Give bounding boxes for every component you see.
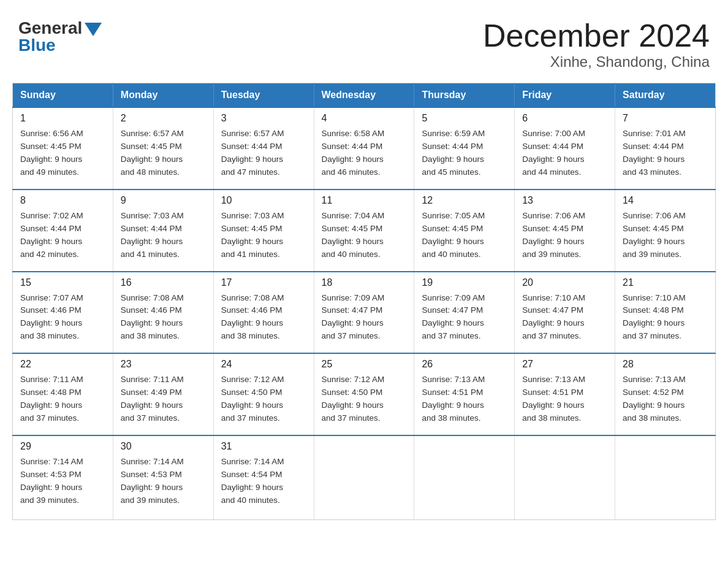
- day-info: Sunrise: 7:13 AMSunset: 4:51 PMDaylight:…: [422, 373, 507, 425]
- calendar-day-cell: 12 Sunrise: 7:05 AMSunset: 4:45 PMDaylig…: [414, 190, 515, 272]
- day-info: Sunrise: 7:11 AMSunset: 4:49 PMDaylight:…: [121, 373, 206, 425]
- day-number: 15: [20, 277, 105, 288]
- day-number: 1: [20, 113, 105, 124]
- title-section: December 2024 Xinhe, Shandong, China: [483, 18, 710, 71]
- day-info: Sunrise: 6:57 AMSunset: 4:45 PMDaylight:…: [121, 128, 206, 179]
- day-number: 21: [623, 277, 708, 288]
- calendar-day-cell: 8 Sunrise: 7:02 AMSunset: 4:44 PMDayligh…: [13, 190, 113, 272]
- calendar-day-cell: 29 Sunrise: 7:14 AMSunset: 4:53 PMDaylig…: [13, 435, 113, 519]
- day-info: Sunrise: 7:06 AMSunset: 4:45 PMDaylight:…: [623, 210, 708, 261]
- day-number: 26: [422, 359, 507, 370]
- day-number: 16: [121, 277, 206, 288]
- calendar-day-cell: 27 Sunrise: 7:13 AMSunset: 4:51 PMDaylig…: [515, 353, 615, 435]
- calendar-day-cell: 19 Sunrise: 7:09 AMSunset: 4:47 PMDaylig…: [414, 272, 515, 354]
- day-info: Sunrise: 6:59 AMSunset: 4:44 PMDaylight:…: [422, 128, 507, 179]
- day-number: 29: [20, 441, 105, 452]
- calendar-day-cell: 23 Sunrise: 7:11 AMSunset: 4:49 PMDaylig…: [113, 353, 213, 435]
- calendar-header-row: SundayMondayTuesdayWednesdayThursdayFrid…: [13, 83, 716, 108]
- calendar-day-cell: [414, 435, 515, 519]
- calendar-week-row: 22 Sunrise: 7:11 AMSunset: 4:48 PMDaylig…: [13, 353, 716, 435]
- calendar-day-header: Monday: [113, 83, 213, 108]
- logo-blue-text: Blue: [18, 36, 56, 55]
- day-info: Sunrise: 7:08 AMSunset: 4:46 PMDaylight:…: [121, 292, 206, 343]
- day-info: Sunrise: 7:07 AMSunset: 4:46 PMDaylight:…: [20, 292, 105, 343]
- calendar-day-cell: 31 Sunrise: 7:14 AMSunset: 4:54 PMDaylig…: [213, 435, 314, 519]
- day-number: 18: [322, 277, 407, 288]
- calendar-day-cell: 21 Sunrise: 7:10 AMSunset: 4:48 PMDaylig…: [615, 272, 716, 354]
- logo: General Blue: [18, 18, 102, 55]
- calendar-day-cell: 4 Sunrise: 6:58 AMSunset: 4:44 PMDayligh…: [314, 107, 414, 190]
- calendar-day-header: Friday: [515, 83, 615, 108]
- day-info: Sunrise: 6:58 AMSunset: 4:44 PMDaylight:…: [322, 128, 407, 179]
- calendar-day-cell: 9 Sunrise: 7:03 AMSunset: 4:44 PMDayligh…: [113, 190, 213, 272]
- calendar-day-cell: 10 Sunrise: 7:03 AMSunset: 4:45 PMDaylig…: [213, 190, 314, 272]
- day-number: 12: [422, 195, 507, 206]
- calendar-week-row: 8 Sunrise: 7:02 AMSunset: 4:44 PMDayligh…: [13, 190, 716, 272]
- calendar-day-cell: 16 Sunrise: 7:08 AMSunset: 4:46 PMDaylig…: [113, 272, 213, 354]
- day-info: Sunrise: 7:06 AMSunset: 4:45 PMDaylight:…: [522, 210, 607, 261]
- day-info: Sunrise: 7:12 AMSunset: 4:50 PMDaylight:…: [322, 373, 407, 425]
- calendar-day-cell: 22 Sunrise: 7:11 AMSunset: 4:48 PMDaylig…: [13, 353, 113, 435]
- day-info: Sunrise: 6:57 AMSunset: 4:44 PMDaylight:…: [221, 128, 306, 179]
- day-info: Sunrise: 7:13 AMSunset: 4:51 PMDaylight:…: [522, 373, 607, 425]
- day-info: Sunrise: 7:03 AMSunset: 4:45 PMDaylight:…: [221, 210, 306, 261]
- calendar-day-cell: 5 Sunrise: 6:59 AMSunset: 4:44 PMDayligh…: [414, 107, 515, 190]
- calendar-day-header: Saturday: [615, 83, 716, 108]
- calendar-day-header: Thursday: [414, 83, 515, 108]
- calendar-day-cell: 2 Sunrise: 6:57 AMSunset: 4:45 PMDayligh…: [113, 107, 213, 190]
- day-info: Sunrise: 7:10 AMSunset: 4:47 PMDaylight:…: [522, 292, 607, 343]
- day-number: 10: [221, 195, 306, 206]
- calendar-day-cell: 26 Sunrise: 7:13 AMSunset: 4:51 PMDaylig…: [414, 353, 515, 435]
- day-info: Sunrise: 7:03 AMSunset: 4:44 PMDaylight:…: [121, 210, 206, 261]
- page-header: General Blue December 2024 Xinhe, Shando…: [12, 12, 716, 71]
- calendar-table: SundayMondayTuesdayWednesdayThursdayFrid…: [12, 83, 716, 519]
- day-info: Sunrise: 7:00 AMSunset: 4:44 PMDaylight:…: [522, 128, 607, 179]
- calendar-day-cell: 17 Sunrise: 7:08 AMSunset: 4:46 PMDaylig…: [213, 272, 314, 354]
- day-number: 8: [20, 195, 105, 206]
- day-number: 27: [522, 359, 607, 370]
- calendar-day-cell: 6 Sunrise: 7:00 AMSunset: 4:44 PMDayligh…: [515, 107, 615, 190]
- day-info: Sunrise: 7:11 AMSunset: 4:48 PMDaylight:…: [20, 373, 105, 425]
- calendar-day-header: Tuesday: [213, 83, 314, 108]
- day-number: 23: [121, 359, 206, 370]
- day-number: 20: [522, 277, 607, 288]
- calendar-day-cell: 28 Sunrise: 7:13 AMSunset: 4:52 PMDaylig…: [615, 353, 716, 435]
- day-number: 11: [322, 195, 407, 206]
- calendar-day-cell: [515, 435, 615, 519]
- calendar-day-cell: 24 Sunrise: 7:12 AMSunset: 4:50 PMDaylig…: [213, 353, 314, 435]
- day-number: 5: [422, 113, 507, 124]
- day-number: 7: [623, 113, 708, 124]
- calendar-day-cell: 30 Sunrise: 7:14 AMSunset: 4:53 PMDaylig…: [113, 435, 213, 519]
- day-number: 30: [121, 441, 206, 452]
- day-number: 9: [121, 195, 206, 206]
- calendar-week-row: 15 Sunrise: 7:07 AMSunset: 4:46 PMDaylig…: [13, 272, 716, 354]
- day-number: 24: [221, 359, 306, 370]
- calendar-day-cell: 11 Sunrise: 7:04 AMSunset: 4:45 PMDaylig…: [314, 190, 414, 272]
- day-info: Sunrise: 6:56 AMSunset: 4:45 PMDaylight:…: [20, 128, 105, 179]
- day-number: 19: [422, 277, 507, 288]
- day-number: 4: [322, 113, 407, 124]
- calendar-day-cell: 25 Sunrise: 7:12 AMSunset: 4:50 PMDaylig…: [314, 353, 414, 435]
- day-info: Sunrise: 7:14 AMSunset: 4:54 PMDaylight:…: [221, 456, 306, 507]
- calendar-day-cell: 15 Sunrise: 7:07 AMSunset: 4:46 PMDaylig…: [13, 272, 113, 354]
- calendar-day-cell: 18 Sunrise: 7:09 AMSunset: 4:47 PMDaylig…: [314, 272, 414, 354]
- day-info: Sunrise: 7:01 AMSunset: 4:44 PMDaylight:…: [623, 128, 708, 179]
- day-number: 6: [522, 113, 607, 124]
- calendar-week-row: 1 Sunrise: 6:56 AMSunset: 4:45 PMDayligh…: [13, 107, 716, 190]
- day-info: Sunrise: 7:09 AMSunset: 4:47 PMDaylight:…: [322, 292, 407, 343]
- calendar-subtitle: Xinhe, Shandong, China: [483, 53, 710, 71]
- day-number: 22: [20, 359, 105, 370]
- calendar-day-cell: 3 Sunrise: 6:57 AMSunset: 4:44 PMDayligh…: [213, 107, 314, 190]
- day-info: Sunrise: 7:14 AMSunset: 4:53 PMDaylight:…: [20, 456, 105, 507]
- calendar-day-cell: 14 Sunrise: 7:06 AMSunset: 4:45 PMDaylig…: [615, 190, 716, 272]
- day-info: Sunrise: 7:13 AMSunset: 4:52 PMDaylight:…: [623, 373, 708, 425]
- calendar-week-row: 29 Sunrise: 7:14 AMSunset: 4:53 PMDaylig…: [13, 435, 716, 519]
- day-number: 25: [322, 359, 407, 370]
- day-number: 3: [221, 113, 306, 124]
- calendar-day-header: Sunday: [13, 83, 113, 108]
- calendar-day-cell: [615, 435, 716, 519]
- calendar-day-cell: [314, 435, 414, 519]
- calendar-day-cell: 13 Sunrise: 7:06 AMSunset: 4:45 PMDaylig…: [515, 190, 615, 272]
- day-info: Sunrise: 7:05 AMSunset: 4:45 PMDaylight:…: [422, 210, 507, 261]
- day-info: Sunrise: 7:02 AMSunset: 4:44 PMDaylight:…: [20, 210, 105, 261]
